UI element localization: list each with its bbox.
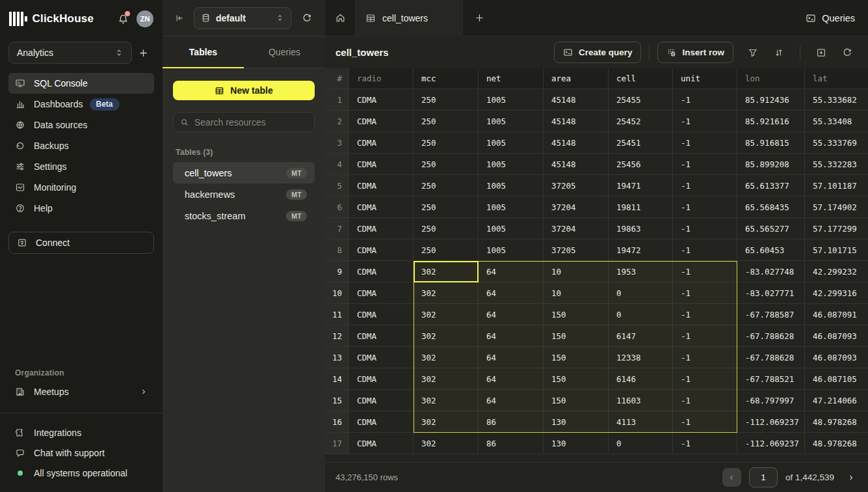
table-cell[interactable]: -1 xyxy=(673,390,737,411)
table-cell[interactable]: 1005 xyxy=(479,218,544,239)
sidebar-item-data-sources[interactable]: Data sources xyxy=(8,115,154,135)
table-cell[interactable]: 250 xyxy=(414,111,479,132)
table-cell[interactable]: CDMA xyxy=(349,390,414,411)
table-cell[interactable]: 65.565277 xyxy=(737,218,805,239)
row-number-cell[interactable]: 5 xyxy=(325,175,349,197)
table-cell[interactable]: 12338 xyxy=(609,347,673,368)
table-cell[interactable]: -83.027771 xyxy=(737,282,805,304)
add-workspace-button[interactable] xyxy=(132,42,154,64)
collapse-panel-button[interactable] xyxy=(172,10,187,26)
table-cell[interactable]: 64 xyxy=(479,325,544,347)
table-cell[interactable]: -1 xyxy=(673,89,737,111)
table-cell[interactable]: 1005 xyxy=(479,154,544,175)
table-cell[interactable]: 302 xyxy=(414,304,479,325)
table-cell[interactable]: 250 xyxy=(414,175,479,197)
sidebar-item-settings[interactable]: Settings xyxy=(8,156,154,177)
sidebar-item-help[interactable]: Help xyxy=(8,198,154,219)
table-cell[interactable]: -67.788587 xyxy=(737,304,805,325)
row-number-cell[interactable]: 12 xyxy=(325,325,349,347)
table-cell[interactable]: -67.788628 xyxy=(737,325,805,347)
table-cell[interactable]: -1 xyxy=(673,433,737,454)
table-cell[interactable]: CDMA xyxy=(349,132,414,154)
table-cell[interactable]: 10 xyxy=(544,261,609,282)
table-cell[interactable]: 46.087105 xyxy=(805,368,868,390)
table-cell[interactable]: 25455 xyxy=(609,89,673,111)
table-cell[interactable]: 1005 xyxy=(479,239,544,261)
table-cell[interactable]: -1 xyxy=(673,111,737,132)
table-cell[interactable]: 0 xyxy=(609,304,673,325)
table-cell[interactable]: 25451 xyxy=(609,132,673,154)
table-cell[interactable]: 64 xyxy=(479,261,544,282)
table-cell[interactable]: -112.069237 xyxy=(737,411,805,433)
tab-cell-towers[interactable]: cell_towers xyxy=(355,0,463,36)
table-cell[interactable]: CDMA xyxy=(349,368,414,390)
table-cell[interactable]: 65.60453 xyxy=(737,239,805,261)
column-header-lon[interactable]: lon xyxy=(737,68,805,89)
table-cell[interactable]: 85.921616 xyxy=(737,111,805,132)
table-cell[interactable]: -112.069237 xyxy=(737,433,805,454)
table-cell[interactable]: -1 xyxy=(673,368,737,390)
table-cell[interactable]: 302 xyxy=(414,347,479,368)
table-cell[interactable]: 250 xyxy=(414,89,479,111)
refresh-tables-button[interactable] xyxy=(298,9,316,27)
table-cell[interactable]: 0 xyxy=(609,282,673,304)
table-cell[interactable]: 85.912436 xyxy=(737,89,805,111)
row-number-cell[interactable]: 7 xyxy=(325,218,349,239)
table-cell[interactable]: 4113 xyxy=(609,411,673,433)
table-cell[interactable]: -67.788521 xyxy=(737,368,805,390)
sidebar-item-sql-console[interactable]: SQL Console xyxy=(8,73,154,94)
table-cell[interactable]: -1 xyxy=(673,175,737,197)
table-cell[interactable]: 57.174902 xyxy=(805,197,868,218)
table-cell[interactable]: -1 xyxy=(673,239,737,261)
table-cell[interactable]: 37205 xyxy=(544,175,609,197)
table-cell[interactable]: 1005 xyxy=(479,89,544,111)
table-cell[interactable]: 55.332283 xyxy=(805,154,868,175)
table-cell[interactable]: 85.899208 xyxy=(737,154,805,175)
table-cell[interactable]: 48.978268 xyxy=(805,433,868,454)
table-cell[interactable]: CDMA xyxy=(349,325,414,347)
table-cell[interactable]: 19811 xyxy=(609,197,673,218)
table-cell[interactable]: 1005 xyxy=(479,175,544,197)
table-cell[interactable]: CDMA xyxy=(349,197,414,218)
table-cell[interactable]: CDMA xyxy=(349,175,414,197)
row-number-cell[interactable]: 9 xyxy=(325,261,349,282)
table-cell[interactable]: 150 xyxy=(544,347,609,368)
column-header-lat[interactable]: lat xyxy=(805,68,868,89)
table-cell[interactable]: 1005 xyxy=(479,197,544,218)
row-number-cell[interactable]: 2 xyxy=(325,111,349,132)
column-header-cell[interactable]: cell xyxy=(609,68,673,89)
row-number-cell[interactable]: 3 xyxy=(325,132,349,154)
row-number-cell[interactable]: 1 xyxy=(325,89,349,111)
insert-row-button[interactable]: Insert row xyxy=(657,42,733,63)
table-cell[interactable]: 46.087093 xyxy=(805,347,868,368)
table-cell[interactable]: 46.087093 xyxy=(805,325,868,347)
row-number-cell[interactable]: 14 xyxy=(325,368,349,390)
table-cell[interactable]: 42.299232 xyxy=(805,261,868,282)
table-cell[interactable]: -1 xyxy=(673,282,737,304)
new-table-button[interactable]: New table xyxy=(173,81,315,100)
row-number-cell[interactable]: 13 xyxy=(325,347,349,368)
table-cell[interactable]: 45148 xyxy=(544,111,609,132)
table-cell[interactable]: 65.613377 xyxy=(737,175,805,197)
table-cell[interactable]: -67.788628 xyxy=(737,347,805,368)
home-button[interactable] xyxy=(325,0,355,36)
table-cell[interactable]: 6146 xyxy=(609,368,673,390)
table-cell[interactable]: 37205 xyxy=(544,239,609,261)
row-number-cell[interactable]: 11 xyxy=(325,304,349,325)
table-cell[interactable]: 45148 xyxy=(544,132,609,154)
tab-tables[interactable]: Tables xyxy=(163,36,244,68)
system-status[interactable]: All systems operational xyxy=(8,463,154,483)
table-list-item-cell-towers[interactable]: cell_towers MT xyxy=(173,162,315,184)
table-cell[interactable]: 150 xyxy=(544,368,609,390)
table-cell[interactable]: 250 xyxy=(414,218,479,239)
table-cell[interactable]: -1 xyxy=(673,218,737,239)
table-cell[interactable]: CDMA xyxy=(349,239,414,261)
column-header-radio[interactable]: radio xyxy=(349,68,414,89)
sidebar-item-chat-support[interactable]: Chat with support xyxy=(8,443,154,463)
table-cell[interactable]: 19472 xyxy=(609,239,673,261)
table-cell[interactable]: 1953 xyxy=(609,261,673,282)
column-header-net[interactable]: net xyxy=(479,68,544,89)
table-cell[interactable]: 130 xyxy=(544,411,609,433)
table-cell[interactable]: 302 xyxy=(414,282,479,304)
table-cell[interactable]: -1 xyxy=(673,197,737,218)
